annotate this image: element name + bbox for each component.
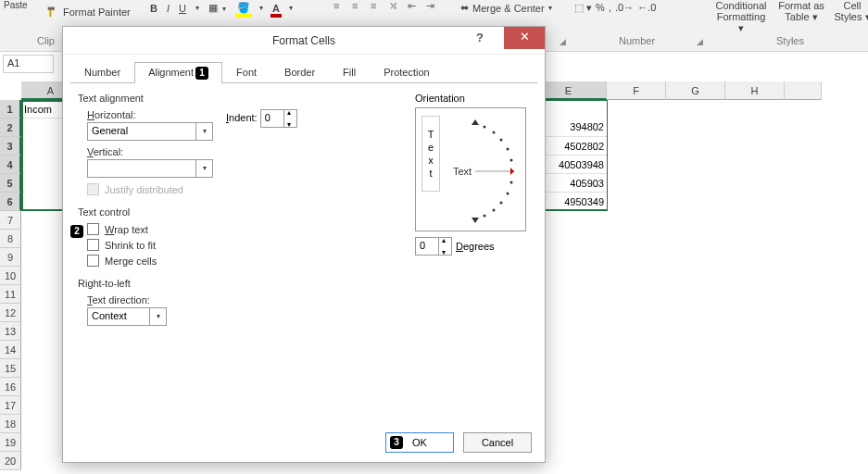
row-header[interactable]: 6 (0, 193, 21, 211)
row-header[interactable]: 14 (0, 341, 21, 359)
align-middle-icon[interactable]: ≡ (352, 0, 367, 12)
merge-center-button[interactable]: ⬌ Merge & Center ▾ (460, 2, 552, 14)
row-header[interactable]: 17 (0, 396, 21, 415)
percent-button[interactable]: % (596, 2, 605, 14)
row-header[interactable]: 11 (0, 285, 21, 304)
col-header-g[interactable]: G (666, 81, 725, 100)
tab-fill[interactable]: Fill (329, 62, 370, 82)
svg-point-5 (484, 126, 486, 129)
row-header[interactable]: 4 (0, 156, 21, 174)
row-header[interactable]: 10 (0, 267, 21, 285)
paste-button[interactable]: Paste (4, 0, 28, 10)
alignment-launcher-icon[interactable]: ◢ (560, 37, 566, 46)
decrease-indent-icon[interactable]: ⇤ (408, 0, 422, 12)
spinner-arrows-icon[interactable] (283, 110, 296, 127)
row-header[interactable]: 19 (0, 433, 21, 452)
comma-button[interactable]: , (609, 2, 611, 14)
increase-decimal-icon[interactable]: .0→ (615, 2, 634, 14)
spinner-arrows-icon[interactable] (438, 238, 451, 255)
text-direction-select[interactable]: Context▾ (87, 307, 167, 326)
row-header[interactable]: 18 (0, 415, 21, 433)
callout-1: 1 (195, 67, 208, 80)
cell-styles-button[interactable]: Cell Styles ▾ (834, 0, 868, 34)
svg-point-8 (507, 148, 509, 151)
svg-point-14 (484, 215, 486, 218)
degrees-label: Degrees (456, 241, 495, 252)
name-box[interactable]: A1 (3, 55, 54, 73)
row-header[interactable]: 20 (0, 452, 21, 470)
merge-icon: ⬌ (460, 2, 469, 14)
font-color-button[interactable]: A (270, 1, 282, 16)
currency-dropdown[interactable]: ⬚ ▾ (574, 2, 592, 14)
align-top-icon[interactable]: ≡ (333, 0, 348, 12)
format-as-table-button[interactable]: Format as Table ▾ (778, 0, 824, 34)
underline-button[interactable]: U (177, 1, 188, 16)
format-painter-label: Format Painter (63, 6, 131, 18)
col-header-f[interactable]: F (607, 81, 666, 100)
border-button[interactable]: ▦ ▾ (207, 0, 230, 16)
increase-indent-icon[interactable]: ⇥ (426, 0, 441, 12)
dialog-titlebar[interactable]: Format Cells ? ✕ (63, 27, 545, 55)
fill-color-button[interactable]: 🪣 (235, 0, 252, 16)
row-header[interactable]: 9 (0, 248, 21, 267)
row-header[interactable]: 15 (0, 359, 21, 378)
format-painter-button[interactable]: Format Painter (46, 6, 131, 19)
orientation-box[interactable]: Text Text (415, 107, 526, 231)
indent-spinner[interactable]: 0 (260, 109, 297, 128)
row-header[interactable]: 2 (0, 118, 21, 137)
conditional-formatting-button[interactable]: Conditional Formatting ▾ (713, 0, 769, 34)
svg-point-12 (500, 202, 503, 205)
svg-marker-2 (472, 119, 479, 125)
row-header[interactable]: 13 (0, 322, 21, 341)
callout-3: 3 (390, 436, 403, 449)
orientation-arc[interactable]: Text (447, 114, 523, 227)
col-header-h[interactable]: H (725, 81, 785, 100)
tab-font[interactable]: Font (222, 62, 270, 82)
horizontal-select[interactable]: General▾ (87, 122, 213, 141)
font-color-dropdown-icon[interactable]: ▾ (287, 2, 295, 14)
row-header[interactable]: 7 (0, 211, 21, 230)
merge-label: Merge & Center (472, 3, 545, 14)
row-header[interactable]: 1 (0, 100, 21, 118)
underline-dropdown-icon[interactable]: ▾ (194, 2, 201, 14)
row-header[interactable]: 3 (0, 137, 21, 156)
row-header[interactable]: 12 (0, 304, 21, 322)
rtl-label: Right-to-left (78, 278, 530, 289)
cancel-button[interactable]: Cancel (463, 432, 532, 453)
align-bottom-icon[interactable]: ≡ (371, 0, 385, 12)
checkbox-icon (87, 239, 99, 251)
orientation-label: Orientation (415, 93, 526, 104)
chevron-down-icon: ▾ (149, 308, 166, 325)
row-header[interactable]: 16 (0, 378, 21, 396)
row-header[interactable]: 5 (0, 174, 21, 193)
fill-color-dropdown-icon[interactable]: ▾ (258, 2, 265, 14)
italic-button[interactable]: I (165, 1, 171, 16)
vertical-text-sample[interactable]: Text (421, 116, 440, 192)
number-format-group: ⬚ ▾ % , .0→ ←.0 (574, 2, 656, 14)
font-group: B I U ▾ ▦ ▾ 🪣 ▾ A ▾ (148, 0, 295, 16)
bold-button[interactable]: B (148, 1, 159, 16)
merge-cells-checkbox[interactable]: Merge cells (87, 255, 530, 267)
ok-button[interactable]: 3OK (385, 432, 454, 453)
help-button[interactable]: ? (461, 27, 498, 49)
svg-marker-4 (510, 168, 514, 175)
decrease-decimal-icon[interactable]: ←.0 (637, 2, 656, 14)
tab-alignment[interactable]: Alignment1 (134, 62, 222, 83)
tab-number[interactable]: Number (70, 62, 134, 82)
close-button[interactable]: ✕ (504, 27, 545, 49)
col-header-i[interactable] (785, 81, 822, 100)
number-launcher-icon[interactable]: ◢ (697, 37, 703, 46)
tab-protection[interactable]: Protection (370, 62, 444, 82)
paintbrush-icon (46, 6, 59, 19)
vertical-select[interactable]: ▾ (87, 159, 213, 178)
row-header[interactable]: 8 (0, 230, 21, 248)
merge-dropdown-icon[interactable]: ▾ (548, 4, 552, 12)
degrees-spinner[interactable]: 0 (415, 237, 452, 256)
orientation-icon[interactable]: ⤭ (389, 0, 404, 12)
checkbox-icon (87, 255, 99, 267)
text-direction-label: Text direction: (87, 294, 530, 306)
tab-border[interactable]: Border (270, 62, 329, 82)
indent-field: Indent: 0 (226, 109, 297, 128)
svg-rect-0 (48, 7, 55, 10)
svg-marker-3 (472, 218, 479, 223)
